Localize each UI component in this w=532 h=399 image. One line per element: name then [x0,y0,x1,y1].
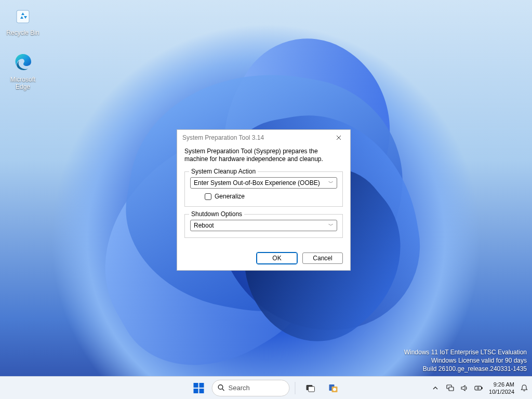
tray-overflow[interactable] [431,383,440,393]
desktop-icon-edge[interactable]: Microsoft Edge [3,51,43,90]
taskbar-task-view[interactable] [301,379,321,397]
close-icon [336,135,341,140]
tray-battery[interactable] [474,383,484,393]
svg-point-5 [218,385,223,390]
search-icon [218,384,225,392]
svg-rect-8 [309,387,315,392]
search-placeholder: Search [229,384,250,392]
cleanup-action-select[interactable]: Enter System Out-of-Box Experience (OOBE… [190,177,337,189]
taskbar-separator [295,382,296,394]
dialog-titlebar[interactable]: System Preparation Tool 3.14 [177,130,350,145]
svg-rect-1 [194,383,198,388]
svg-line-6 [222,389,224,391]
shutdown-option-select[interactable]: Reboot ﹀ [190,220,337,231]
group-shutdown-options: Shutdown Options Reboot ﹀ [184,214,343,238]
edge-icon [11,51,34,74]
generalize-label: Generalize [215,193,245,200]
network-icon [446,383,455,392]
battery-plug-icon [474,384,484,392]
group-system-cleanup: System Cleanup Action Enter System Out-o… [184,171,343,207]
dialog-description: System Preparation Tool (Sysprep) prepar… [184,148,343,163]
chevron-down-icon: ﹀ [328,222,334,229]
taskbar: Search [0,376,532,399]
tray-network[interactable] [445,383,455,393]
desktop-icon-label: Recycle Bin [3,29,43,36]
sysprep-app-icon [328,382,339,394]
recycle-bin-icon [11,4,34,27]
tray-notifications[interactable] [520,383,529,393]
desktop-icon-label: Microsoft Edge [3,76,43,90]
close-button[interactable] [330,131,347,144]
generalize-checkbox[interactable] [205,193,211,200]
tray-time: 9:26 AM [489,381,514,388]
windows-logo-icon [193,382,205,394]
svg-rect-13 [449,387,454,391]
tray-volume[interactable] [460,383,469,393]
svg-rect-0 [17,10,29,23]
svg-rect-2 [200,383,204,388]
svg-rect-4 [200,389,204,393]
combo-value: Reboot [194,222,214,229]
chevron-up-icon [432,385,438,391]
chevron-down-icon: ﹀ [328,179,334,187]
combo-value: Enter System Out-of-Box Experience (OOBE… [194,179,320,187]
sysprep-dialog: System Preparation Tool 3.14 System Prep… [177,129,351,271]
group-label: System Cleanup Action [189,168,258,175]
svg-point-11 [333,388,336,391]
taskbar-app-sysprep[interactable] [324,379,343,397]
evaluation-watermark: Windows 11 IoT Enterprise LTSC Evaluatio… [404,348,527,373]
tray-clock[interactable]: 9:26 AM 10/1/2024 [489,381,514,395]
speaker-icon [460,384,469,392]
bell-icon [520,384,528,392]
tray-date: 10/1/2024 [489,388,514,395]
svg-rect-3 [194,389,198,393]
desktop-icon-recycle-bin[interactable]: Recycle Bin [3,4,43,36]
ok-button[interactable]: OK [257,252,297,264]
taskbar-search[interactable]: Search [212,380,290,396]
start-button[interactable] [189,379,209,397]
group-label: Shutdown Options [189,210,244,218]
cancel-button[interactable]: Cancel [302,252,343,264]
task-view-icon [305,383,316,393]
svg-rect-15 [482,387,483,389]
dialog-title: System Preparation Tool 3.14 [182,134,330,141]
system-tray: 9:26 AM 10/1/2024 [431,381,529,395]
